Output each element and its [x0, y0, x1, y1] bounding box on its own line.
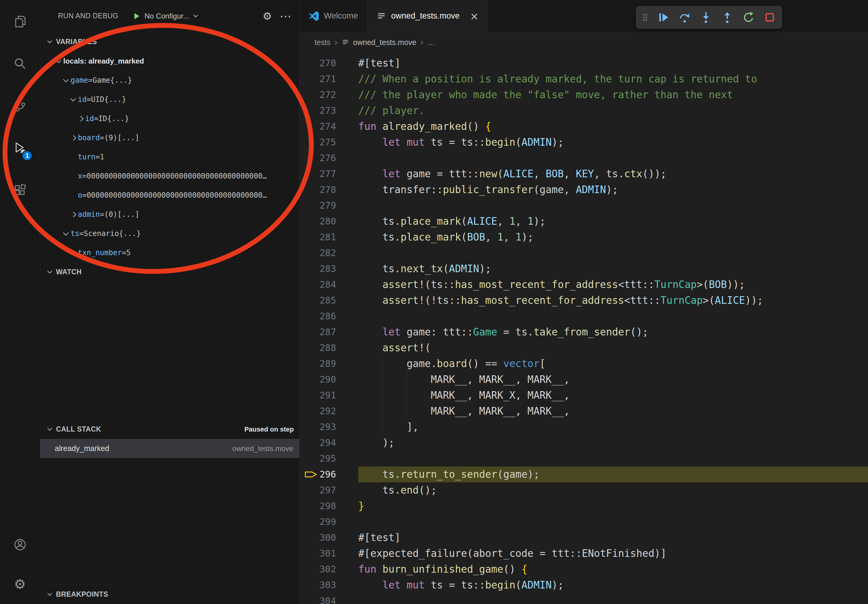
gutter-margin[interactable] — [299, 261, 318, 277]
line-number[interactable]: 292 — [318, 403, 336, 419]
gutter-margin[interactable] — [299, 119, 318, 135]
line-number[interactable]: 270 — [318, 55, 336, 71]
line-number[interactable]: 298 — [318, 498, 336, 514]
code-line-303[interactable]: 303 let mut ts = ts::begin(ADMIN); — [299, 577, 868, 593]
gutter-margin[interactable] — [299, 435, 318, 451]
continue-button[interactable] — [657, 11, 670, 24]
tab-owned-tests-move[interactable]: owned_tests.move × — [367, 0, 488, 32]
code-line-300[interactable]: 300#[test] — [299, 530, 868, 546]
line-number[interactable]: 303 — [318, 577, 336, 593]
code-line-275[interactable]: 275 let mut ts = ts::begin(ADMIN); — [299, 135, 868, 150]
debug-settings-gear-icon[interactable]: ⚙ — [263, 11, 272, 21]
gutter-margin[interactable] — [299, 150, 318, 166]
code-line-288[interactable]: 288 assert!( — [299, 340, 868, 356]
gutter-margin[interactable] — [299, 593, 318, 604]
line-number[interactable]: 289 — [318, 356, 336, 372]
gutter-margin[interactable] — [299, 71, 318, 87]
line-number[interactable]: 294 — [318, 435, 336, 451]
drag-handle-icon[interactable] — [642, 11, 648, 23]
gutter-margin[interactable] — [299, 340, 318, 356]
variable-row-o[interactable]: o = 000000000000000000000000000000000000… — [40, 186, 299, 205]
debug-config-dropdown[interactable]: No Configur... — [132, 12, 200, 20]
gutter-margin[interactable] — [299, 419, 318, 435]
account-button[interactable] — [0, 525, 40, 564]
call-stack-section-header[interactable]: CALL STACK Paused on step — [40, 420, 299, 439]
breadcrumb-item-tests[interactable]: tests — [315, 38, 330, 47]
gutter-margin[interactable] — [299, 324, 318, 340]
code-line-287[interactable]: 287 let game: ttt::Game = ts.take_from_s… — [299, 324, 868, 340]
line-number[interactable]: 281 — [318, 229, 336, 245]
code-line-297[interactable]: 297 ts.end(); — [299, 482, 868, 498]
code-line-291[interactable]: 291 MARK__, MARK_X, MARK__, — [299, 387, 868, 403]
line-number[interactable]: 274 — [318, 119, 336, 135]
line-number[interactable]: 304 — [318, 593, 336, 604]
code-line-276[interactable]: 276 — [299, 150, 868, 166]
line-number[interactable]: 277 — [318, 166, 336, 182]
variable-row-id[interactable]: id = UID{...} — [40, 90, 299, 109]
line-number[interactable]: 301 — [318, 546, 336, 561]
gutter-margin[interactable] — [299, 577, 318, 593]
variable-row-game[interactable]: game = Game{...} — [40, 71, 299, 90]
line-number[interactable]: 276 — [318, 150, 336, 166]
gutter-margin[interactable] — [299, 229, 318, 245]
line-number[interactable]: 293 — [318, 419, 336, 435]
gutter-margin[interactable] — [299, 372, 318, 387]
code-line-302[interactable]: 302fun burn_unfinished_game() { — [299, 561, 868, 577]
source-control-button[interactable] — [0, 85, 40, 127]
gutter-margin[interactable] — [299, 561, 318, 577]
code-line-281[interactable]: 281 ts.place_mark(BOB, 1, 1); — [299, 229, 868, 245]
stop-button[interactable] — [763, 11, 776, 24]
code-line-278[interactable]: 278 transfer::public_transfer(game, ADMI… — [299, 182, 868, 198]
code-line-272[interactable]: 272/// the player who made the "false" m… — [299, 87, 868, 103]
gutter-margin[interactable] — [299, 293, 318, 308]
code-line-285[interactable]: 285 assert!(!ts::has_most_recent_for_add… — [299, 293, 868, 308]
gutter-margin[interactable] — [299, 546, 318, 561]
extensions-button[interactable] — [0, 169, 40, 211]
line-number[interactable]: 288 — [318, 340, 336, 356]
code-line-277[interactable]: 277 let game = ttt::new(ALICE, BOB, KEY,… — [299, 166, 868, 182]
line-number[interactable]: 299 — [318, 514, 336, 530]
gutter-margin[interactable] — [299, 103, 318, 119]
code-line-290[interactable]: 290 MARK__, MARK__, MARK__, — [299, 372, 868, 387]
search-button[interactable] — [0, 42, 40, 85]
line-number[interactable]: 284 — [318, 277, 336, 293]
chevron-right-icon[interactable] — [69, 210, 78, 219]
gutter-margin[interactable] — [299, 498, 318, 514]
gutter-margin[interactable] — [299, 387, 318, 403]
line-number[interactable]: 272 — [318, 87, 336, 103]
code-line-270[interactable]: 270#[test] — [299, 55, 868, 71]
line-number[interactable]: 297 — [318, 482, 336, 498]
line-number[interactable]: 290 — [318, 372, 336, 387]
line-number[interactable]: 280 — [318, 214, 336, 229]
variable-row-board[interactable]: board = (9)[...] — [40, 128, 299, 147]
gutter-margin[interactable] — [299, 135, 318, 150]
breadcrumb-item-symbol[interactable]: … — [427, 38, 435, 47]
gutter-margin[interactable] — [299, 466, 318, 482]
explorer-button[interactable] — [0, 0, 40, 42]
variable-row-x[interactable]: x = 000000000000000000000000000000000000… — [40, 166, 299, 186]
gutter-margin[interactable] — [299, 198, 318, 214]
gutter-margin[interactable] — [299, 182, 318, 198]
close-icon[interactable]: × — [470, 11, 479, 21]
code-line-294[interactable]: 294 ); — [299, 435, 868, 451]
line-number[interactable]: 295 — [318, 451, 336, 466]
gutter-margin[interactable] — [299, 87, 318, 103]
line-number[interactable]: 271 — [318, 71, 336, 87]
call-stack-frame[interactable]: already_markedowned_tests.move — [40, 439, 299, 458]
code-line-280[interactable]: 280 ts.place_mark(ALICE, 1, 1); — [299, 214, 868, 229]
line-number[interactable]: 302 — [318, 561, 336, 577]
gutter-margin[interactable] — [299, 245, 318, 261]
gutter-margin[interactable] — [299, 482, 318, 498]
code-line-296[interactable]: 296 ts.return_to_sender(game); — [299, 466, 868, 482]
gutter-margin[interactable] — [299, 277, 318, 293]
variable-row-admin[interactable]: admin = (0)[...] — [40, 205, 299, 224]
code-line-279[interactable]: 279 — [299, 198, 868, 214]
code-line-282[interactable]: 282 — [299, 245, 868, 261]
gutter-margin[interactable] — [299, 514, 318, 530]
chevron-right-icon[interactable] — [76, 114, 85, 123]
line-number[interactable]: 286 — [318, 308, 336, 324]
code-line-274[interactable]: 274fun already_marked() { — [299, 119, 868, 135]
chevron-down-icon[interactable] — [69, 95, 78, 104]
line-number[interactable]: 287 — [318, 324, 336, 340]
code-line-271[interactable]: 271/// When a position is already marked… — [299, 71, 868, 87]
